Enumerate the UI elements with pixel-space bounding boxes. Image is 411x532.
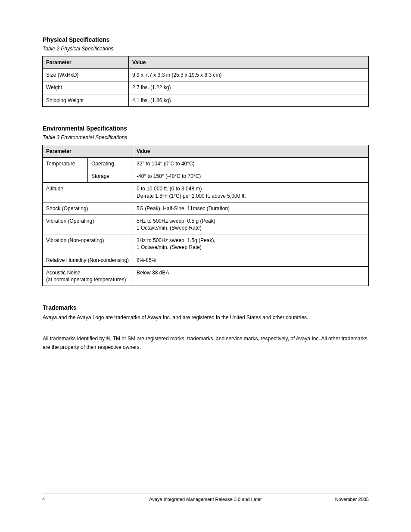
table-environmental: Parameter Value Temperature Operating 32… [42,145,369,286]
cell-value: Below 38 dBA [133,266,369,286]
table-row: Relative Humidity (Non-condensing) 8%-85… [43,254,369,266]
th-parameter: Parameter [43,56,129,69]
footer-page-number: 4 [42,497,45,502]
th-parameter: Parameter [43,145,133,157]
cell-sublabel: Storage [88,170,133,183]
cell-label: Shock (Operating) [43,202,133,215]
cell-label: Weight [43,81,129,94]
cell-value: 9.9 x 7.7 x 3.3 in (25.3 x 19.5 x 8.3 cm… [129,69,369,81]
trademark-body: All trademarks identified by ®, TM or SM… [43,335,368,351]
cell-value: 4.1 lbs. (1.86 kg) [129,94,369,106]
cell-label: Relative Humidity (Non-condensing) [43,254,133,266]
cell-label: Acoustic Noise(at normal operating tempe… [43,266,133,286]
cell-label: Shipping Weight [43,94,129,106]
cell-value: 5G (Peak), Half-Sine, 11msec (Duration) [133,202,369,215]
cell-value: -40° to 158° (-40°C to 70°C) [133,170,369,183]
footer-date: November 2005 [335,497,369,502]
table-row: Weight 2.7 lbs. (1.22 kg) [43,81,369,94]
table-row: Storage -40° to 158° (-40°C to 70°C) [43,170,369,183]
page-footer: 4 Avaya Integrated Management Release 3.… [42,494,369,502]
table-row: Acoustic Noise(at normal operating tempe… [43,266,369,286]
cell-value: 5Hz to 500Hz sweep, 0.5 g (Peak),1 Octav… [133,215,369,234]
table-row: Size (WxHxD) 9.9 x 7.7 x 3.3 in (25.3 x … [43,69,369,81]
cell-label: Vibration (Non-operating) [43,234,133,254]
cell-value: 0 to 10,000 ft. (0 to 3,048 m)De-rate 1.… [133,183,369,202]
table-row: Vibration (Operating) 5Hz to 500Hz sweep… [43,215,369,234]
th-value: Value [129,56,369,69]
trademark-intro: Avaya and the Avaya Logo are trademarks … [43,314,369,322]
table-caption-environmental: Table 3 Environmental Specifications [43,134,369,140]
table-physical: Parameter Value Size (WxHxD) 9.9 x 7.7 x… [42,56,369,107]
heading-environmental: Environmental Specifications [43,125,369,132]
table-row: Shock (Operating) 5G (Peak), Half-Sine, … [43,202,369,215]
table-row: Vibration (Non-operating) 3Hz to 500Hz s… [43,234,369,254]
cell-sublabel: Operating [88,157,133,170]
heading-physical: Physical Specifications [43,36,369,43]
table-caption-physical: Table 2 Physical Specifications [43,46,369,52]
cell-value: 2.7 lbs. (1.22 kg) [129,81,369,94]
cell-label: Altitude [43,183,133,202]
th-value: Value [133,145,369,157]
cell-value: 8%-85% [133,254,369,266]
table-header-row: Parameter Value [43,145,369,157]
table-row: Temperature Operating 32° to 104° (0°C t… [43,157,369,170]
footer-doc-title: Avaya Integrated Management Release 3.0 … [42,497,369,502]
table-row: Shipping Weight 4.1 lbs. (1.86 kg) [43,94,369,106]
table-row: Altitude 0 to 10,000 ft. (0 to 3,048 m)D… [43,183,369,202]
cell-label: Temperature [43,157,88,182]
table-header-row: Parameter Value [43,56,369,69]
cell-value: 32° to 104° (0°C to 40°C) [133,157,369,170]
heading-trademarks: Trademarks [43,304,369,311]
cell-value: 3Hz to 500Hz sweep, 1.5g (Peak),1 Octave… [133,234,369,254]
cell-label: Vibration (Operating) [43,215,133,234]
cell-label: Size (WxHxD) [43,69,129,81]
